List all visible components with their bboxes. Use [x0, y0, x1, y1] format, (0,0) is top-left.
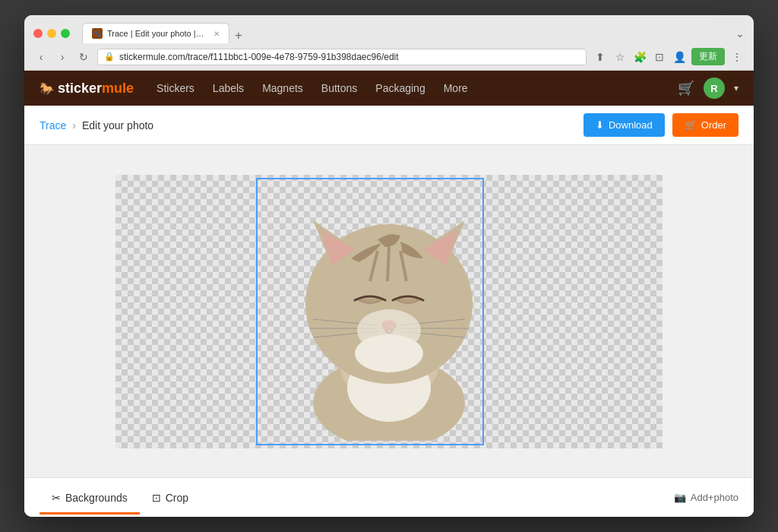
share-icon[interactable]: ⬆ — [593, 49, 608, 65]
order-label: Order — [701, 119, 726, 131]
extension-icon[interactable]: 🧩 — [632, 49, 647, 65]
breadcrumb: Trace › Edit your photo — [40, 119, 153, 131]
nav-buttons[interactable]: Buttons — [321, 82, 357, 94]
bottom-toolbar: ✂ Backgrounds ⊡ Crop 📷 Add+photo — [24, 477, 754, 517]
menu-icon[interactable]: ⋮ — [729, 49, 745, 65]
bookmark-icon[interactable]: ☆ — [612, 49, 628, 65]
minimize-button[interactable] — [47, 29, 56, 38]
camera-icon: 📷 — [674, 492, 686, 503]
nav-magnets[interactable]: Magnets — [262, 82, 303, 94]
breadcrumb-separator: › — [72, 119, 76, 131]
lock-icon: 🔒 — [104, 52, 115, 62]
nav-more[interactable]: More — [444, 82, 468, 94]
backgrounds-toolbar-item[interactable]: ✂ Backgrounds — [40, 481, 140, 515]
crop-label: Crop — [166, 492, 188, 504]
new-tab-button[interactable]: + — [231, 28, 246, 43]
page-actions: ⬇ Download 🛒 Order — [584, 113, 738, 137]
cart-icon-order: 🛒 — [685, 119, 697, 131]
traffic-lights — [33, 29, 70, 38]
reload-button[interactable]: ↻ — [76, 49, 91, 65]
logo-mule-text: mule — [102, 81, 134, 96]
tab-favicon: 🐾 — [92, 28, 103, 39]
svg-line-5 — [387, 247, 389, 281]
toolbar-right: 📷 Add+photo — [674, 492, 738, 503]
backgrounds-label: Backgrounds — [65, 492, 128, 504]
cast-icon[interactable]: ⊡ — [652, 49, 667, 65]
logo-text: stickermule — [58, 81, 134, 97]
nav-packaging[interactable]: Packaging — [375, 82, 425, 94]
profile-icon[interactable]: 👤 — [672, 49, 687, 65]
nav-labels[interactable]: Labels — [213, 82, 244, 94]
cat-svg — [260, 182, 518, 441]
breadcrumb-current: Edit your photo — [82, 119, 153, 131]
cat-image — [115, 175, 663, 448]
nav-links: Stickers Labels Magnets Buttons Packagin… — [157, 82, 468, 94]
browser-window: 🐾 Trace | Edit your photo | Stick... ✕ +… — [24, 15, 754, 517]
address-bar: ‹ › ↻ 🔒 stickermule.com/trace/f111bbc1-0… — [24, 43, 754, 71]
logo[interactable]: 🐎 stickermule — [40, 81, 134, 97]
canvas-container[interactable] — [115, 175, 663, 448]
download-label: Download — [609, 119, 653, 131]
nav-right: 🛒 R ▾ — [678, 78, 738, 99]
address-input[interactable]: 🔒 stickermule.com/trace/f111bbc1-009e-4e… — [97, 49, 587, 65]
title-bar: 🐾 Trace | Edit your photo | Stick... ✕ +… — [24, 15, 754, 43]
crop-toolbar-item[interactable]: ⊡ Crop — [140, 481, 201, 515]
tab-bar: 🐾 Trace | Edit your photo | Stick... ✕ + — [82, 23, 729, 43]
maximize-button[interactable] — [61, 29, 70, 38]
forward-button[interactable]: › — [55, 49, 70, 65]
address-text: stickermule.com/trace/f111bbc1-009e-4e78… — [119, 52, 399, 62]
update-button[interactable]: 更新 — [691, 48, 725, 65]
logo-sticker-text: sticker — [58, 81, 102, 96]
logo-mule-icon: 🐎 — [40, 81, 55, 96]
backgrounds-icon: ✂ — [52, 492, 61, 504]
order-button[interactable]: 🛒 Order — [672, 113, 738, 137]
breadcrumb-trace-link[interactable]: Trace — [40, 119, 66, 131]
app-content: 🐎 stickermule Stickers Labels Magnets Bu… — [24, 71, 754, 517]
close-button[interactable] — [33, 29, 43, 38]
nav-bar: 🐎 stickermule Stickers Labels Magnets Bu… — [24, 71, 754, 106]
browser-action-icons: ⬆ ☆ 🧩 ⊡ 👤 更新 ⋮ — [593, 48, 745, 65]
download-button[interactable]: ⬇ Download — [584, 113, 665, 137]
user-avatar[interactable]: R — [704, 78, 725, 99]
page-header: Trace › Edit your photo ⬇ Download 🛒 Ord… — [24, 106, 754, 145]
back-button[interactable]: ‹ — [33, 49, 49, 65]
avatar-dropdown-icon[interactable]: ▾ — [734, 83, 738, 93]
svg-point-19 — [355, 334, 423, 372]
crop-icon: ⊡ — [152, 492, 161, 504]
tab-close-icon[interactable]: ✕ — [213, 30, 220, 38]
download-icon: ⬇ — [596, 119, 604, 131]
page-content: Trace › Edit your photo ⬇ Download 🛒 Ord… — [24, 106, 754, 517]
add-photo-label[interactable]: Add+photo — [691, 492, 738, 503]
tab-title: Trace | Edit your photo | Stick... — [107, 29, 206, 38]
cart-icon[interactable]: 🛒 — [678, 80, 694, 97]
active-tab[interactable]: 🐾 Trace | Edit your photo | Stick... ✕ — [82, 23, 229, 43]
window-chevron-icon: ⌄ — [735, 27, 745, 40]
nav-stickers[interactable]: Stickers — [157, 82, 194, 94]
canvas-area — [24, 145, 754, 477]
